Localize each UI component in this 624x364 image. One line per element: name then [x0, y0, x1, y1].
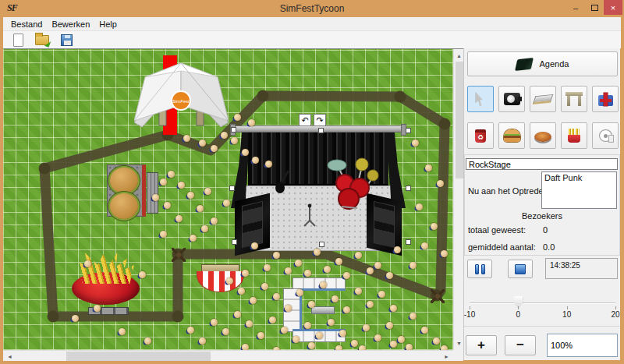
new-file-icon	[13, 34, 23, 47]
visitor	[211, 145, 218, 152]
selection-handle[interactable]	[406, 128, 411, 133]
slider-tick	[567, 306, 568, 309]
save-button[interactable]	[58, 32, 75, 48]
festival-map[interactable]: SimFest	[3, 49, 453, 350]
speed-slider: -1001020	[464, 282, 621, 326]
dead-tree-1	[172, 248, 186, 262]
stop-button[interactable]	[508, 260, 533, 278]
burger-top	[110, 168, 138, 193]
zoom-level-field[interactable]	[547, 334, 618, 357]
save-floppy-icon	[61, 34, 73, 46]
tool-burger-button[interactable]	[498, 122, 525, 149]
now-playing-list[interactable]: Daft Punk	[541, 171, 617, 209]
new-file-button[interactable]	[9, 32, 27, 48]
visitor	[72, 315, 79, 322]
selection-handle[interactable]	[229, 186, 235, 191]
visitor	[242, 270, 249, 277]
scroll-left-icon[interactable]: ◄	[7, 354, 12, 359]
visitor	[351, 340, 358, 347]
visitor	[164, 202, 171, 209]
visitor	[437, 180, 444, 187]
visitor	[314, 249, 321, 256]
scroll-up-icon[interactable]: ▲	[456, 53, 462, 58]
open-file-button[interactable]	[34, 32, 51, 48]
tool-spotlight-button[interactable]	[498, 86, 525, 112]
scroll-right-icon[interactable]: ►	[444, 354, 449, 359]
visitor	[304, 270, 311, 277]
rotate-ccw-button[interactable]: ↶	[299, 114, 311, 126]
minimize-button[interactable]: –	[566, 0, 585, 15]
visitor	[197, 205, 204, 212]
visitor	[242, 344, 249, 350]
selection-handle[interactable]	[319, 242, 324, 247]
agenda-button[interactable]: Agenda	[467, 51, 618, 76]
visitor	[234, 311, 241, 318]
scroll-down-icon[interactable]: ▼	[456, 341, 462, 346]
zoom-out-button[interactable]: −	[505, 335, 536, 355]
map-horizontal-scrollbar[interactable]: ◄ ►	[3, 350, 453, 361]
visitor	[84, 260, 91, 267]
visitor	[406, 344, 413, 350]
tool-pizza-button[interactable]	[530, 122, 556, 149]
trash-icon	[475, 129, 486, 143]
visitors-header: Bezoekers	[465, 211, 619, 221]
visitor	[187, 192, 194, 199]
stage-info-group: Nu aan het Optreden: Daft Punk Bezoekers…	[464, 154, 620, 256]
visitor	[226, 277, 233, 284]
visitor	[343, 306, 350, 313]
selection-handle[interactable]	[406, 239, 411, 245]
visitor	[332, 295, 339, 302]
tool-trash-button[interactable]	[467, 122, 494, 149]
toilet-icon	[599, 129, 612, 142]
tool-select-button[interactable]	[467, 86, 494, 112]
tool-truss-button[interactable]	[561, 86, 587, 112]
entrance-tent[interactable]: SimFest	[134, 60, 229, 127]
selection-handle[interactable]	[232, 239, 237, 245]
menu-help[interactable]: Help	[94, 18, 122, 30]
close-button[interactable]: ×	[604, 0, 622, 15]
toilet-bench	[311, 306, 335, 314]
visitor	[386, 322, 393, 329]
separator	[464, 326, 620, 327]
pause-button[interactable]	[467, 260, 492, 278]
map-vertical-scrollbar[interactable]: ▲ ▼	[453, 49, 463, 350]
menu-bewerken[interactable]: Bewerken	[47, 18, 94, 30]
pause-icon-bar2	[481, 264, 485, 274]
visitor	[425, 164, 432, 171]
tent-graphic: SimFest	[134, 60, 229, 127]
selection-handle[interactable]	[231, 127, 236, 133]
stage[interactable]	[231, 118, 406, 258]
now-playing-value: Daft Punk	[544, 173, 582, 182]
burger-stand[interactable]	[107, 164, 146, 217]
tool-fries-button[interactable]	[561, 122, 587, 149]
drum-kit	[323, 155, 379, 211]
zoom-in-button[interactable]: +	[466, 335, 497, 355]
toolbar	[3, 31, 621, 48]
select-icon	[476, 92, 486, 107]
selection-handle[interactable]	[406, 186, 411, 191]
visitor	[248, 119, 255, 126]
visitor	[231, 137, 238, 144]
tool-gift-button[interactable]	[592, 86, 619, 112]
visitor	[308, 301, 315, 308]
visitors-total-value: 0	[543, 225, 548, 235]
fries-stand[interactable]	[72, 253, 140, 305]
visitor	[328, 319, 335, 326]
slider-track[interactable]	[470, 302, 615, 304]
food-stall[interactable]	[197, 264, 244, 292]
tool-toilet-button[interactable]	[592, 122, 619, 149]
vertical-scroll-thumb[interactable]	[456, 62, 463, 178]
rotate-cw-button[interactable]: ↷	[314, 114, 326, 126]
visitor	[304, 322, 311, 329]
maximize-button[interactable]	[585, 0, 604, 15]
horizontal-scroll-thumb[interactable]	[66, 352, 211, 361]
agenda-label: Agenda	[540, 59, 569, 69]
burger-bottom	[110, 193, 138, 219]
bench[interactable]	[147, 172, 158, 214]
visitor	[285, 267, 292, 274]
tool-stage-button[interactable]	[530, 86, 556, 112]
visitor	[410, 262, 417, 269]
visitor	[431, 223, 438, 230]
selection-handle[interactable]	[318, 128, 324, 133]
menu-bestand[interactable]: Bestand	[6, 18, 47, 30]
